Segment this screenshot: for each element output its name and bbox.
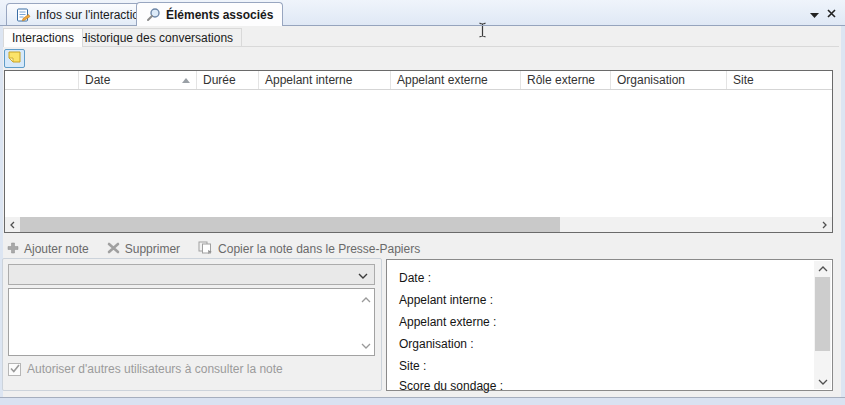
tab-label: Infos sur l'interaction: [36, 8, 146, 22]
delete-x-icon: [107, 242, 120, 257]
column-header-blank[interactable]: [5, 71, 79, 89]
delete-note-button[interactable]: Supprimer: [107, 242, 180, 257]
close-icon: [827, 7, 836, 21]
column-header-duree[interactable]: Durée: [197, 71, 259, 89]
show-notes-toggle-button[interactable]: [4, 49, 25, 68]
subtab-divider: [3, 46, 839, 47]
vertical-scrollbar[interactable]: [814, 261, 831, 389]
subtab-label: Interactions: [12, 31, 74, 45]
table-body-empty[interactable]: [5, 90, 832, 217]
table-header-row: Date Durée Appelant interne Appelant ext…: [5, 71, 832, 90]
subtab-historique-conversations[interactable]: Historique des conversations: [70, 28, 242, 47]
detail-field-appelant-externe: Appelant externe :: [399, 315, 496, 329]
subtab-label: Historique des conversations: [79, 31, 233, 45]
tab-infos-interaction[interactable]: Infos sur l'interaction: [6, 3, 156, 25]
panel-tab-bar: Infos sur l'interaction Éléments associé…: [0, 0, 845, 26]
sort-ascending-icon: [182, 78, 190, 83]
column-header-organisation[interactable]: Organisation: [611, 71, 727, 89]
plus-icon: [7, 242, 19, 257]
share-note-checkbox[interactable]: [8, 363, 21, 376]
detail-field-organisation: Organisation :: [399, 337, 474, 351]
vertical-scrollbar-thumb[interactable]: [815, 277, 830, 351]
add-note-label: Ajouter note: [24, 242, 89, 256]
column-header-date[interactable]: Date: [79, 71, 197, 89]
tab-label: Éléments associés: [166, 8, 273, 22]
note-text-area[interactable]: [8, 288, 375, 356]
scroll-up-icon[interactable]: [361, 292, 371, 306]
interactions-table: Date Durée Appelant interne Appelant ext…: [4, 70, 833, 233]
magnifier-icon: [146, 7, 161, 22]
scroll-left-icon[interactable]: [5, 217, 20, 232]
add-note-button[interactable]: Ajouter note: [7, 242, 89, 257]
share-note-label: Autoriser d'autres utilisateurs à consul…: [27, 362, 283, 376]
copy-note-label: Copier la note dans le Presse-Papiers: [218, 242, 420, 256]
interaction-details-panel: Date : Appelant interne : Appelant exter…: [386, 259, 833, 391]
tabstrip-divider: [0, 25, 845, 26]
pane-border-right: [841, 26, 845, 405]
associated-items-panel: Infos sur l'interaction Éléments associé…: [0, 0, 845, 405]
scroll-down-icon[interactable]: [361, 338, 371, 352]
pane-border-bottom: [0, 397, 845, 405]
note-category-combobox[interactable]: [8, 264, 375, 285]
tab-elements-associes[interactable]: Éléments associés: [136, 2, 283, 26]
column-header-appelant-externe[interactable]: Appelant externe: [391, 71, 521, 89]
scroll-right-icon[interactable]: [817, 217, 832, 232]
subtab-interactions[interactable]: Interactions: [3, 28, 83, 47]
sticky-note-icon: [8, 51, 21, 66]
column-header-appelant-interne[interactable]: Appelant interne: [259, 71, 391, 89]
detail-field-appelant-interne: Appelant interne :: [399, 293, 493, 307]
copy-clipboard-icon: [198, 241, 213, 257]
horizontal-scrollbar[interactable]: [5, 217, 832, 232]
panel-menu-button[interactable]: [807, 7, 821, 20]
detail-field-date: Date :: [399, 271, 431, 285]
share-note-row: Autoriser d'autres utilisateurs à consul…: [8, 362, 283, 376]
scroll-down-icon[interactable]: [814, 374, 831, 389]
notes-toolbar: Ajouter note Supprimer Copier la note da…: [7, 240, 420, 258]
column-header-site[interactable]: Site: [727, 71, 832, 89]
note-edit-icon: [16, 8, 31, 22]
copy-note-button[interactable]: Copier la note dans le Presse-Papiers: [198, 241, 420, 257]
delete-note-label: Supprimer: [125, 242, 180, 256]
chevron-down-icon: [358, 268, 368, 282]
scroll-up-icon[interactable]: [814, 261, 831, 276]
detail-field-site: Site :: [399, 359, 426, 373]
horizontal-scrollbar-thumb[interactable]: [20, 217, 560, 232]
panel-close-button[interactable]: [824, 7, 838, 20]
chevron-down-icon: [810, 7, 819, 21]
detail-field-score-sondage: Score du sondage :: [399, 379, 503, 393]
column-header-role-externe[interactable]: Rôle externe: [521, 71, 611, 89]
checkmark-icon: [10, 362, 20, 376]
